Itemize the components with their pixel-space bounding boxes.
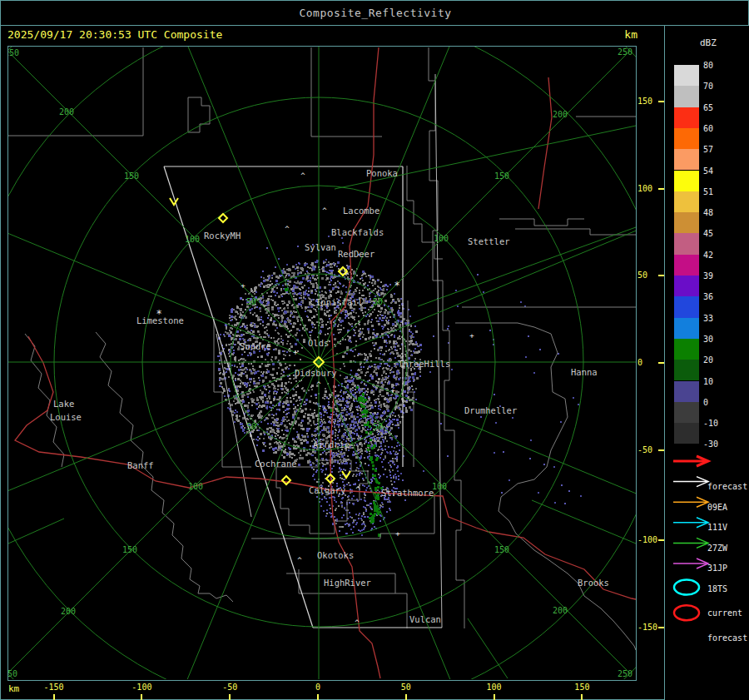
- city-label: Innisfail: [315, 297, 363, 307]
- svg-text:100: 100: [434, 234, 449, 243]
- legend-symbols: [665, 26, 749, 700]
- city-label: RockyMH: [204, 231, 241, 241]
- svg-text:+: +: [241, 281, 246, 290]
- legend-label: 27ZW: [707, 543, 727, 552]
- city-label: Sundre: [240, 341, 271, 351]
- bottom-axis-tick: [405, 694, 407, 700]
- svg-text:200: 200: [59, 107, 74, 117]
- svg-text:150: 150: [494, 171, 509, 181]
- bottom-axis-tick: [494, 694, 495, 700]
- svg-text:50: 50: [373, 297, 383, 306]
- legend-label: 31JP: [707, 563, 727, 573]
- svg-text:250: 250: [618, 669, 632, 678]
- colorbar-panel: dBZ 807065605754514845423936333020100-10…: [665, 26, 749, 700]
- svg-text:+: +: [395, 529, 400, 538]
- city-label: Calgary: [309, 485, 345, 495]
- right-axis-tick-label: -150: [637, 623, 657, 632]
- bottom-axis-tick-label: -100: [131, 683, 151, 692]
- svg-text:250: 250: [8, 669, 17, 678]
- city-label: ThreeHills: [398, 359, 450, 369]
- right-axis: 150100500-50-100-150: [636, 47, 664, 679]
- legend-label: 111V: [707, 523, 727, 532]
- svg-text:^: ^: [316, 380, 321, 389]
- forecast-ellipse-icon: [674, 605, 699, 620]
- city-label: Okotoks: [317, 550, 354, 560]
- svg-text:150: 150: [124, 171, 139, 181]
- city-label: Blackfalds: [331, 227, 384, 237]
- right-axis-tick-label: -100: [637, 535, 657, 544]
- svg-text:100: 100: [185, 235, 200, 244]
- radar-map-svg[interactable]: 5050505010010010010015015015015020020020…: [8, 47, 636, 679]
- city-label: Brooks: [578, 578, 609, 588]
- city-label: Lake: [53, 399, 74, 409]
- city-label: Lacombe: [343, 206, 379, 216]
- right-axis-tick: [658, 101, 664, 102]
- current-ellipse-icon: [674, 580, 699, 595]
- svg-text:+: +: [469, 331, 474, 340]
- city-label: Hanna: [571, 367, 598, 377]
- right-axis-tick-label: 0: [637, 358, 642, 367]
- svg-text:50: 50: [246, 422, 256, 431]
- svg-text:100: 100: [188, 482, 203, 491]
- city-label: Limestone: [136, 315, 184, 325]
- bottom-axis-tick-label: -150: [44, 683, 64, 692]
- city-label: Airdrie: [313, 439, 350, 449]
- radar-app-window: Composite_Reflectivity 2025/09/17 20:30:…: [0, 0, 749, 700]
- svg-text:100: 100: [432, 482, 447, 491]
- legend-label: 18TS: [707, 584, 727, 593]
- city-label: Ponoka: [366, 168, 398, 178]
- city-label: RedDeer: [338, 249, 374, 259]
- bottom-axis-tick: [317, 694, 319, 700]
- right-axis-tick: [658, 449, 664, 451]
- city-label: Vulcan: [409, 614, 441, 624]
- storm-arrow-icon: [170, 198, 178, 205]
- city-label: Banff: [127, 460, 154, 470]
- svg-text:+: +: [293, 348, 298, 356]
- svg-text:^: ^: [285, 225, 290, 233]
- city-label: Stettler: [468, 236, 510, 246]
- bottom-axis-tick-label: 150: [574, 683, 589, 692]
- right-axis-tick: [658, 362, 664, 364]
- svg-text:^: ^: [322, 206, 327, 215]
- bottom-axis-unit: km: [8, 683, 19, 694]
- header-unit-label: km: [624, 28, 637, 41]
- svg-text:50: 50: [246, 297, 256, 306]
- city-label: Drumheller: [464, 405, 517, 415]
- svg-text:^: ^: [376, 429, 381, 438]
- radar-site-icon: [282, 476, 290, 484]
- svg-text:^: ^: [355, 618, 360, 627]
- svg-text:^: ^: [300, 171, 305, 180]
- bottom-axis-tick: [229, 694, 231, 700]
- city-label: Strathmore: [381, 488, 434, 498]
- svg-text:250: 250: [618, 47, 632, 57]
- radar-map-canvas[interactable]: 5050505010010010010015015015015020020020…: [7, 46, 637, 681]
- radar-site-icon: [219, 214, 227, 222]
- svg-text:150: 150: [494, 545, 509, 554]
- right-axis-tick-label: 50: [637, 271, 647, 280]
- timestamp-label: 2025/09/17 20:30:53 UTC Composite: [7, 28, 222, 41]
- svg-text:^: ^: [322, 406, 327, 415]
- svg-text:250: 250: [8, 48, 19, 57]
- bottom-axis-tick: [581, 694, 583, 700]
- svg-text:200: 200: [553, 110, 568, 119]
- bottom-axis-tick: [141, 694, 142, 700]
- svg-text:+: +: [390, 386, 395, 395]
- svg-text:150: 150: [122, 545, 137, 554]
- bottom-axis: km -150-100-50050100150: [1, 680, 664, 700]
- svg-text:200: 200: [61, 607, 76, 616]
- legend-label: current: [707, 608, 742, 617]
- right-axis-tick: [658, 627, 664, 628]
- svg-text:^: ^: [355, 485, 360, 494]
- city-label: Sylvan: [305, 242, 336, 252]
- city-label: Louise: [50, 412, 82, 422]
- bottom-axis-tick-label: 0: [315, 683, 320, 692]
- legend-label: forecast: [707, 633, 747, 643]
- svg-text:*: *: [394, 280, 399, 291]
- header-bar: 2025/09/17 20:30:53 UTC Composite km: [1, 26, 664, 46]
- svg-text:^: ^: [297, 556, 302, 564]
- right-axis-tick-label: 100: [637, 184, 652, 193]
- legend-label: 09EA: [707, 502, 727, 511]
- bottom-axis-tick: [53, 694, 55, 700]
- right-axis-tick: [658, 275, 664, 276]
- right-axis-tick-label: -50: [637, 445, 652, 454]
